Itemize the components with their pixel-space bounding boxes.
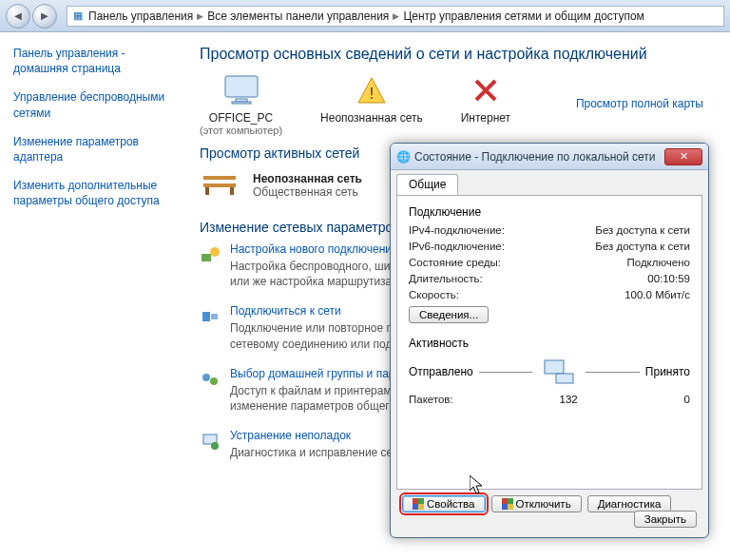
speed-value: 100.0 Мбит/с — [624, 289, 690, 300]
internet-label: Интернет — [461, 111, 510, 125]
disable-label: Отключить — [516, 498, 571, 510]
monitor-icon — [221, 72, 262, 108]
page-title: Просмотр основных сведений о сети и наст… — [200, 46, 713, 63]
svg-rect-8 — [203, 183, 236, 187]
speed-label: Скорость: — [409, 289, 459, 300]
sent-label: Отправлено — [409, 365, 473, 378]
unknown-network: ! Неопознанная сеть — [320, 72, 423, 125]
properties-button[interactable]: Свойства — [402, 495, 486, 512]
sidebar-link-wireless[interactable]: Управление беспроводными сетями — [13, 89, 175, 120]
crumb-part[interactable]: Центр управления сетями и общим доступом — [403, 10, 644, 23]
packets-sent: 132 — [453, 394, 684, 405]
this-pc: OFFICE_PC (этот компьютер) — [200, 72, 282, 136]
svg-rect-22 — [418, 498, 424, 504]
svg-rect-19 — [545, 360, 564, 374]
ipv4-value: Без доступа к сети — [595, 224, 690, 236]
ipv6-value: Без доступа к сети — [595, 241, 690, 252]
chevron-right-icon: ▶ — [393, 11, 399, 21]
recv-label: Принято — [645, 365, 690, 378]
media-value: Подключено — [627, 257, 691, 268]
chevron-right-icon: ▶ — [197, 11, 203, 21]
full-map-link[interactable]: Просмотр полной карты — [576, 97, 703, 110]
tab-general[interactable]: Общие — [396, 174, 458, 195]
connection-heading: Подключение — [409, 205, 690, 219]
new-connection-icon — [200, 244, 221, 265]
svg-text:!: ! — [370, 86, 374, 102]
packets-recv: 0 — [684, 394, 690, 405]
unknown-label: Неопознанная сеть — [320, 111, 423, 125]
param-link[interactable]: Настройка нового подключения — [230, 242, 398, 256]
svg-rect-24 — [418, 504, 424, 510]
pc-label: OFFICE_PC — [200, 111, 282, 125]
homegroup-icon — [200, 369, 221, 390]
svg-rect-0 — [225, 76, 258, 97]
pc-sublabel: (этот компьютер) — [200, 125, 282, 136]
sidebar-link-adapter[interactable]: Изменение параметров адаптера — [13, 134, 175, 164]
svg-rect-14 — [211, 314, 218, 319]
svg-rect-2 — [232, 102, 251, 104]
svg-rect-13 — [202, 312, 210, 321]
activity-heading: Активность — [409, 337, 690, 350]
svg-rect-27 — [502, 504, 508, 510]
svg-rect-9 — [205, 187, 209, 195]
duration-value: 00:10:59 — [647, 273, 690, 284]
network-icon: 🌐 — [396, 150, 410, 164]
network-type: Общественная сеть — [253, 185, 362, 199]
control-panel-icon: ▦ — [71, 10, 85, 23]
nav-back-button[interactable]: ◄ — [6, 4, 30, 29]
nav-forward-button[interactable]: ► — [32, 4, 57, 29]
svg-point-12 — [210, 247, 220, 257]
svg-rect-25 — [502, 498, 508, 504]
svg-rect-11 — [202, 254, 211, 261]
svg-point-18 — [211, 442, 219, 450]
activity-diagram: Отправлено Принято — [409, 356, 690, 388]
param-link[interactable]: Подключиться к сети — [230, 304, 341, 318]
shield-icon — [413, 498, 424, 510]
dialog-titlebar: 🌐 Состояние - Подключение по локальной с… — [391, 144, 708, 170]
param-link[interactable]: Устранение неполадок — [230, 429, 351, 442]
details-button[interactable]: Сведения... — [409, 306, 489, 323]
internet: Интернет — [461, 72, 510, 125]
tab-panel: Подключение IPv4-подключение:Без доступа… — [396, 195, 702, 490]
svg-rect-23 — [413, 504, 418, 510]
ipv6-label: IPv6-подключение: — [409, 241, 505, 252]
properties-label: Свойства — [427, 498, 475, 510]
crumb-part[interactable]: Все элементы панели управления — [207, 10, 389, 23]
svg-point-16 — [210, 377, 218, 385]
packets-label: Пакетов: — [409, 394, 453, 405]
svg-rect-26 — [508, 498, 513, 504]
media-label: Состояние среды: — [409, 257, 501, 268]
breadcrumb[interactable]: ▦ Панель управления ▶ Все элементы панел… — [67, 6, 724, 27]
sidebar-link-sharing[interactable]: Изменить дополнительные параметры общего… — [13, 178, 175, 208]
tab-strip: Общие — [391, 170, 708, 195]
status-dialog: 🌐 Состояние - Подключение по локальной с… — [390, 143, 709, 538]
connect-icon — [200, 306, 221, 327]
dialog-title: Состояние - Подключение по локальной сет… — [414, 150, 656, 164]
disable-button[interactable]: Отключить — [491, 495, 582, 512]
svg-rect-28 — [508, 504, 513, 510]
internet-x-icon — [465, 72, 507, 108]
svg-rect-7 — [203, 176, 236, 180]
duration-label: Длительность: — [409, 273, 483, 284]
window-titlebar: ◄ ► ▦ Панель управления ▶ Все элементы п… — [0, 0, 730, 32]
warning-icon: ! — [351, 72, 393, 108]
sidebar: Панель управления - домашняя страница Уп… — [0, 32, 182, 560]
ipv4-label: IPv4-подключение: — [409, 224, 505, 236]
svg-point-15 — [202, 374, 210, 381]
sidebar-link-home[interactable]: Панель управления - домашняя страница — [13, 46, 175, 76]
close-button[interactable]: ✕ — [664, 148, 702, 165]
bench-icon — [200, 168, 240, 203]
activity-icon — [538, 356, 580, 388]
svg-rect-10 — [230, 187, 234, 195]
crumb-part[interactable]: Панель управления — [88, 10, 193, 23]
svg-rect-21 — [413, 498, 418, 504]
svg-rect-20 — [556, 374, 573, 383]
close-dialog-button[interactable]: Закрыть — [634, 511, 697, 528]
shield-icon — [502, 498, 513, 510]
troubleshoot-icon — [200, 431, 221, 452]
network-name: Неопознанная сеть — [253, 172, 362, 185]
